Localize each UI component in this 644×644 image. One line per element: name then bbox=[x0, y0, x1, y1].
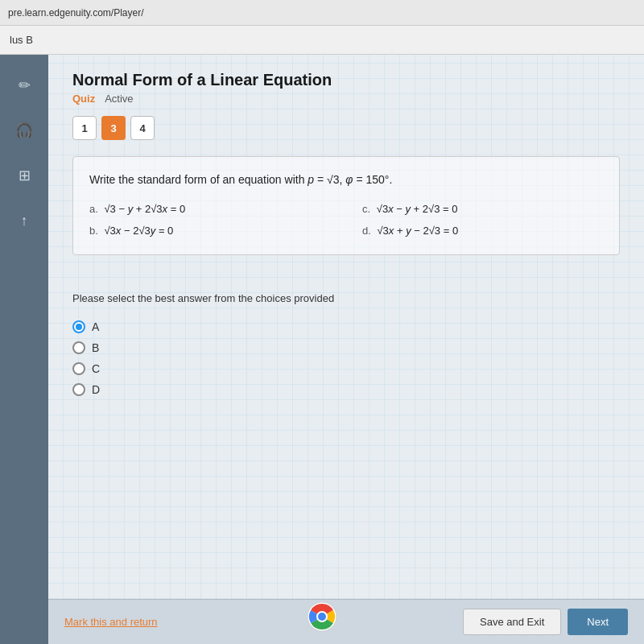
quiz-label: Quiz bbox=[72, 93, 95, 105]
question-bubble-4[interactable]: 4 bbox=[130, 116, 155, 140]
choice-c: c. √3x − y + 2√3 = 0 bbox=[362, 201, 603, 218]
arrow-up-icon[interactable]: ↑ bbox=[10, 206, 39, 235]
cursor-area bbox=[72, 268, 620, 292]
radio-circle-c[interactable] bbox=[72, 362, 85, 375]
pencil-icon[interactable]: ✏ bbox=[10, 71, 39, 100]
app-header: lus B bbox=[0, 26, 644, 55]
chrome-icon-area bbox=[306, 601, 338, 636]
radio-option-d[interactable]: D bbox=[72, 383, 620, 396]
question-bubble-3[interactable]: 3 bbox=[101, 116, 126, 140]
sidebar: ✏ 🎧 ⊞ ↑ bbox=[0, 55, 48, 644]
radio-option-b[interactable]: B bbox=[72, 341, 620, 354]
question-box: Write the standard form of an equation w… bbox=[72, 156, 620, 255]
radio-label-d: D bbox=[92, 383, 100, 396]
chrome-icon bbox=[306, 601, 338, 633]
mark-return-link[interactable]: Mark this and return bbox=[64, 616, 158, 628]
radio-option-a[interactable]: A bbox=[72, 320, 620, 333]
headphones-icon[interactable]: 🎧 bbox=[10, 116, 39, 145]
quiz-container: Normal Form of a Linear Equation Quiz Ac… bbox=[48, 55, 644, 599]
quiz-status-row: Quiz Active bbox=[72, 93, 620, 105]
active-label: Active bbox=[105, 93, 133, 105]
radio-label-c: C bbox=[92, 362, 100, 375]
radio-circle-b[interactable] bbox=[72, 341, 85, 354]
calculator-icon[interactable]: ⊞ bbox=[10, 161, 39, 190]
choices-grid: a. √3 − y + 2√3x = 0 c. √3x − y + 2√3 = … bbox=[89, 201, 603, 240]
main-layout: ✏ 🎧 ⊞ ↑ Normal Form of a Linear Equation… bbox=[0, 55, 644, 644]
svg-point-2 bbox=[318, 613, 326, 621]
radio-label-a: A bbox=[92, 320, 99, 333]
choice-b: b. √3x − 2√3y = 0 bbox=[89, 223, 330, 240]
browser-bar: pre.learn.edgenuity.com/Player/ bbox=[0, 0, 644, 26]
choice-d: d. √3x + y − 2√3 = 0 bbox=[362, 223, 603, 240]
radio-circle-d[interactable] bbox=[72, 383, 85, 396]
radio-label-b: B bbox=[92, 341, 99, 354]
radio-choices: A B C D bbox=[72, 320, 620, 396]
instruction-text: Please select the best answer from the c… bbox=[72, 292, 620, 304]
radio-option-c[interactable]: C bbox=[72, 362, 620, 375]
page-title: Normal Form of a Linear Equation bbox=[72, 71, 620, 89]
next-button[interactable]: Next bbox=[568, 609, 628, 635]
question-bubble-1[interactable]: 1 bbox=[72, 116, 97, 140]
question-text: Write the standard form of an equation w… bbox=[89, 171, 603, 188]
save-exit-button[interactable]: Save and Exit bbox=[463, 609, 561, 635]
bottom-buttons: Save and Exit Next bbox=[463, 609, 628, 635]
question-nav: 1 3 4 bbox=[72, 116, 620, 140]
choice-a: a. √3 − y + 2√3x = 0 bbox=[89, 201, 330, 218]
browser-url: pre.learn.edgenuity.com/Player/ bbox=[8, 7, 144, 19]
content-area: Normal Form of a Linear Equation Quiz Ac… bbox=[48, 55, 644, 644]
bottom-bar: Mark this and return Save and Exit Next bbox=[48, 599, 644, 644]
radio-circle-a[interactable] bbox=[72, 320, 85, 333]
app-title: lus B bbox=[10, 34, 33, 46]
